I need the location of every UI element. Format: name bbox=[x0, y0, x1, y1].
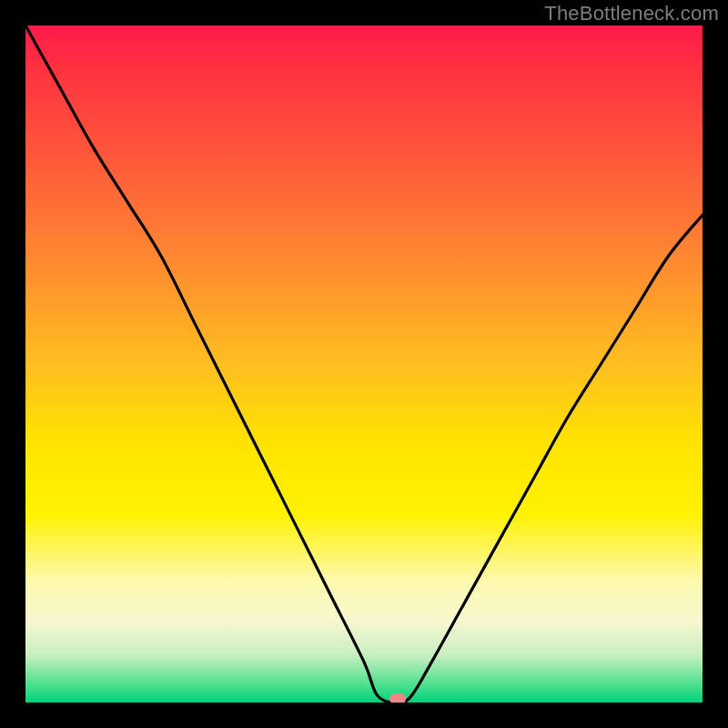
bottleneck-curve bbox=[25, 25, 703, 703]
plot-area bbox=[25, 25, 703, 703]
chart-frame: TheBottleneck.com bbox=[0, 0, 728, 728]
optimal-point-marker bbox=[389, 693, 406, 703]
attribution-text: TheBottleneck.com bbox=[544, 2, 719, 25]
